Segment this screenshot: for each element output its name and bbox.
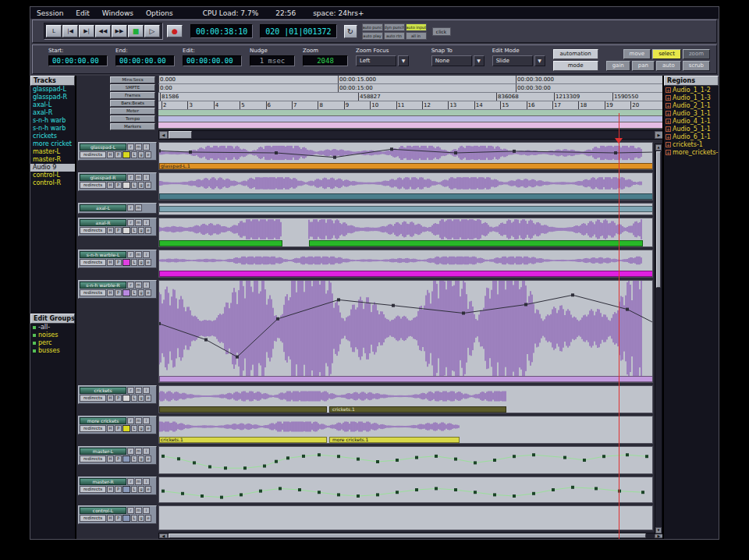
automation-point[interactable]: [462, 312, 465, 315]
track-P-button[interactable]: P: [115, 151, 122, 158]
track-i-button[interactable]: i: [143, 219, 150, 226]
chevron-down-icon[interactable]: ▼: [534, 55, 545, 66]
edit-group-perc[interactable]: perc: [30, 339, 75, 347]
expand-plus-icon[interactable]: +: [666, 126, 671, 132]
redirects-button[interactable]: redirects: [80, 289, 106, 296]
track-color-swatch[interactable]: [122, 425, 130, 432]
track-name-button[interactable]: axal-R: [80, 219, 126, 226]
automation-point[interactable]: [493, 459, 496, 462]
region-bar-segment[interactable]: [159, 240, 282, 246]
region-bar-segment[interactable]: [159, 376, 653, 382]
menu-options[interactable]: Options: [146, 9, 173, 17]
ruler-frames[interactable]: 8158645882783606812133091590550: [158, 93, 662, 101]
markers-ruler[interactable]: [158, 122, 662, 129]
automation-point[interactable]: [302, 455, 305, 458]
track-name-button[interactable]: glasspad-L: [80, 144, 126, 151]
track-P-button[interactable]: P: [115, 182, 122, 189]
region-list-item-more-crickets-1[interactable]: +more_crickets-1: [664, 148, 719, 156]
track-H-button[interactable]: H: [107, 455, 114, 463]
snap-to-dropdown[interactable]: None ▼: [431, 55, 485, 66]
ruler-button-tempo[interactable]: Tempo: [110, 115, 155, 122]
tool-gain[interactable]: gain: [606, 61, 630, 71]
prev-marker-button[interactable]: |◀: [62, 25, 78, 37]
primary-clock[interactable]: 00:00:38:10: [190, 24, 253, 38]
automation-point[interactable]: [454, 458, 457, 461]
stop-button[interactable]: ■: [128, 25, 144, 37]
track-L-button[interactable]: L: [131, 182, 137, 189]
track-name-button[interactable]: master-L: [80, 448, 126, 455]
track-lane-glasspad-l[interactable]: glasspad-L.1: [158, 142, 653, 170]
track-g-button[interactable]: g: [138, 289, 144, 296]
automation-point[interactable]: [224, 466, 227, 470]
redirects-button[interactable]: redirects: [80, 486, 106, 493]
track-H-button[interactable]: H: [107, 395, 114, 402]
track-name-button[interactable]: s-n-h warble-L: [80, 251, 126, 258]
automation-point[interactable]: [204, 338, 208, 342]
region-list-item-audio-6-1-1[interactable]: +Audio_6_1-1: [664, 133, 719, 140]
track-H-button[interactable]: H: [107, 227, 114, 234]
automation-point[interactable]: [571, 486, 574, 489]
expand-plus-icon[interactable]: +: [666, 134, 671, 140]
track-H-button[interactable]: H: [107, 259, 114, 266]
tool-auto[interactable]: auto: [656, 61, 681, 71]
track-L-button[interactable]: L: [131, 486, 137, 493]
automation-point[interactable]: [286, 456, 289, 459]
track-color-swatch[interactable]: [122, 227, 130, 234]
automation-mode-button[interactable]: mode: [553, 61, 598, 71]
automation-point[interactable]: [376, 493, 379, 496]
transport-toggle-auto-input[interactable]: auto input: [406, 23, 427, 31]
scroll-down-icon[interactable]: ▼: [655, 527, 662, 533]
automation-line[interactable]: [163, 487, 643, 498]
ruler-button-meter[interactable]: Meter: [110, 108, 155, 115]
scrollbar-thumb[interactable]: [169, 533, 646, 538]
expand-plus-icon[interactable]: +: [666, 142, 671, 147]
automation-point[interactable]: [337, 493, 340, 496]
automation-point[interactable]: [189, 151, 192, 154]
track-P-button[interactable]: P: [115, 455, 122, 463]
track-lane-master-r[interactable]: [158, 477, 653, 503]
track-g-button[interactable]: g: [138, 395, 144, 402]
track-P-button[interactable]: P: [115, 515, 122, 522]
automation-point[interactable]: [552, 488, 555, 491]
track-r-button[interactable]: r: [127, 478, 134, 485]
meter-ruler[interactable]: [158, 110, 662, 116]
expand-plus-icon[interactable]: +: [666, 95, 671, 101]
track-r-button[interactable]: r: [127, 219, 134, 226]
goto-start-button[interactable]: L: [46, 25, 62, 37]
automation-line[interactable]: [163, 455, 647, 468]
automation-point[interactable]: [532, 453, 535, 456]
track-m-button[interactable]: m: [135, 417, 142, 424]
zoom-focus-dropdown[interactable]: Left ▼: [356, 55, 409, 66]
track-m-button[interactable]: m: [135, 387, 142, 394]
track-L-button[interactable]: L: [131, 259, 137, 266]
automation-point[interactable]: [357, 494, 360, 498]
track-H-button[interactable]: H: [107, 151, 114, 158]
automation-point[interactable]: [614, 151, 617, 154]
track-m-button[interactable]: m: [135, 251, 142, 258]
track-e-button[interactable]: e: [145, 289, 151, 296]
snap-to-value[interactable]: None: [431, 55, 472, 66]
automation-point[interactable]: [392, 304, 395, 307]
track-H-button[interactable]: H: [107, 425, 114, 432]
track-i-button[interactable]: i: [143, 387, 150, 394]
track-i-button[interactable]: i: [143, 144, 150, 151]
track-list-item-audio-9[interactable]: Audio 9: [30, 164, 75, 172]
ruler-button-smpte[interactable]: SMPTE: [110, 84, 155, 91]
automation-point[interactable]: [318, 491, 321, 494]
automation-point[interactable]: [595, 487, 598, 490]
redirects-button[interactable]: redirects: [80, 182, 106, 189]
track-name-button[interactable]: master-R: [80, 478, 126, 485]
automation-point[interactable]: [571, 293, 574, 296]
record-button[interactable]: ●: [167, 25, 183, 37]
track-e-button[interactable]: e: [145, 395, 151, 402]
zoom-value[interactable]: 2048: [303, 55, 348, 66]
track-list-item-master-l[interactable]: master-L: [30, 148, 75, 156]
automation-point[interactable]: [435, 487, 438, 490]
track-g-button[interactable]: g: [138, 486, 144, 493]
track-name-button[interactable]: axal-L: [80, 204, 126, 211]
playhead-marker[interactable]: [615, 138, 623, 144]
automation-point[interactable]: [275, 460, 278, 463]
automation-point[interactable]: [263, 465, 266, 468]
automation-point[interactable]: [415, 488, 418, 491]
track-r-button[interactable]: r: [127, 174, 134, 181]
